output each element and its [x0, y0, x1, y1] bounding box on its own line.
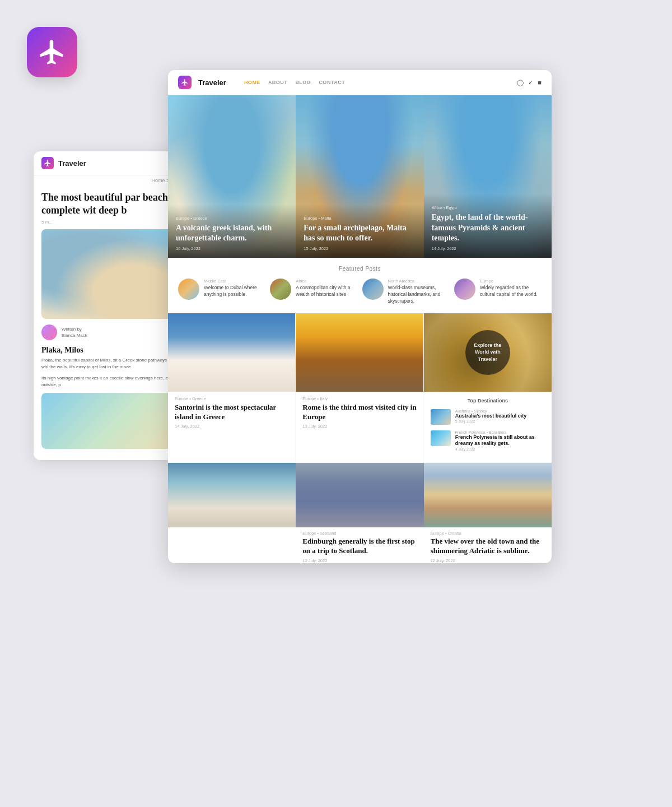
edinburgh-region: Europe • Scotland [296, 527, 423, 537]
bora-info: French Polynesia • Bora Bora French Poly… [455, 430, 545, 451]
sydney-date: 5 July 2022 [455, 419, 545, 423]
featured-africa-desc: A cosmopolitan city with a wealth of his… [296, 285, 357, 298]
explore-image: Explore the World with Traveler [424, 313, 552, 392]
featured-item-dubai[interactable]: Middle East Welcome to Dubai where anyth… [178, 279, 265, 305]
sydney-thumb [431, 409, 451, 425]
sidebar-card: Explore the World with Traveler Top Dest… [424, 313, 552, 462]
hero-malta-title: For a small archipelago, Malta has so mu… [304, 223, 416, 243]
rome-date: 13 July, 2022 [296, 424, 423, 429]
post-card-santorini[interactable]: Europe • Greece Santorini is the most sp… [168, 313, 296, 462]
featured-item-europe[interactable]: Europe Widely regarded as the cultural c… [454, 279, 542, 305]
sydney-title: Australia's most beautiful city [455, 413, 545, 420]
nav-link-home[interactable]: HOME [244, 80, 260, 85]
bottom-post-edinburgh[interactable]: Europe • Scotland Edinburgh generally is… [296, 463, 423, 563]
hero-card-malta[interactable]: Europe • Malta For a small archipelago, … [296, 95, 423, 258]
bottom-post-milos[interactable] [168, 463, 296, 563]
sydney-region: Australia • Sydney [455, 409, 545, 413]
featured-europe-info: Europe Widely regarded as the cultural c… [480, 279, 542, 298]
bora-title: French Polynesia is still about as dream… [455, 434, 545, 447]
main-browser-card: Traveler HOME ABOUT BLOG CONTACT ◯ ✓ ■ E… [168, 70, 552, 563]
featured-na-info: North America World-class museums, histo… [388, 279, 450, 305]
featured-na-thumb [362, 279, 384, 300]
nav-link-blog[interactable]: BLOG [295, 80, 311, 85]
dubrovnik-region: Europe • Croatia [424, 527, 552, 537]
edinburgh-title: Edinburgh generally is the first stop on… [296, 537, 423, 556]
featured-africa-thumb [270, 279, 291, 300]
featured-europe-thumb [454, 279, 475, 300]
posts-grid: Europe • Greece Santorini is the most sp… [168, 313, 552, 462]
hero-card-egypt[interactable]: Africa • Egypt Egypt, the land of the wo… [424, 95, 552, 258]
nav-link-about[interactable]: ABOUT [268, 80, 288, 85]
santorini-region: Europe • Greece [168, 396, 295, 401]
hero-card-greece[interactable]: Europe • Greece A volcanic greek island,… [168, 95, 296, 258]
featured-na-region: North America [388, 279, 450, 284]
santorini-title: Santorini is the most spectacular island… [168, 403, 295, 422]
bora-region: French Polynesia • Bora Bora [455, 430, 545, 434]
featured-africa-region: Africa [296, 279, 357, 284]
edinburgh-date: 12 July, 2022 [296, 558, 423, 563]
milos-bottom-image [168, 463, 296, 527]
hero-egypt-date: 14 July, 2022 [432, 246, 544, 251]
featured-dubai-info: Middle East Welcome to Dubai where anyth… [204, 279, 265, 298]
nav-brand-name: Traveler [198, 78, 226, 87]
explore-circle: Explore the World with Traveler [465, 330, 510, 375]
hero-greece-title: A volcanic greek island, with unforgetta… [176, 223, 288, 243]
featured-section-title: Featured Posts [178, 266, 542, 272]
featured-africa-info: Africa A cosmopolitan city with a wealth… [296, 279, 357, 298]
hero-malta-overlay: Europe • Malta For a small archipelago, … [296, 205, 423, 258]
top-destinations-title: Top Destinations [431, 398, 545, 404]
top-destinations: Top Destinations Australia • Sydney Aust… [424, 392, 552, 462]
dest-item-bora[interactable]: French Polynesia • Bora Bora French Poly… [431, 430, 545, 451]
rome-image [296, 313, 423, 392]
featured-item-africa[interactable]: Africa A cosmopolitan city with a wealth… [270, 279, 357, 305]
dest-item-sydney[interactable]: Australia • Sydney Australia's most beau… [431, 409, 545, 425]
bg-card-logo [41, 157, 54, 169]
santorini-image [168, 313, 295, 392]
sydney-info: Australia • Sydney Australia's most beau… [455, 409, 545, 424]
bg-card-author-text: Written byBianca Mack [62, 326, 87, 338]
bg-card-brand: Traveler [58, 159, 86, 168]
nav-social-icons: ◯ ✓ ■ [517, 79, 542, 86]
post-card-rome[interactable]: Europe • Italy Rome is the third most vi… [296, 313, 423, 462]
hero-greece-overlay: Europe • Greece A volcanic greek island,… [168, 205, 296, 258]
featured-dubai-region: Middle East [204, 279, 265, 284]
facebook-icon[interactable]: ■ [538, 79, 542, 86]
edinburgh-image [296, 463, 423, 527]
hero-egypt-category: Africa • Egypt [432, 205, 544, 210]
featured-grid: Middle East Welcome to Dubai where anyth… [178, 279, 542, 305]
hero-malta-category: Europe • Malta [304, 216, 416, 221]
hero-greece-date: 16 July, 2022 [176, 246, 288, 251]
featured-europe-region: Europe [480, 279, 542, 284]
bg-plane-icon [44, 159, 52, 167]
hero-malta-date: 15 July, 2022 [304, 246, 416, 251]
hero-egypt-overlay: Africa • Egypt Egypt, the land of the wo… [424, 194, 552, 258]
plane-icon [38, 38, 67, 67]
hero-grid: Europe • Greece A volcanic greek island,… [168, 95, 552, 258]
nav-link-contact[interactable]: CONTACT [319, 80, 345, 85]
bottom-grid: Europe • Scotland Edinburgh generally is… [168, 462, 552, 563]
featured-section: Featured Posts Middle East Welcome to Du… [168, 258, 552, 313]
navigation: Traveler HOME ABOUT BLOG CONTACT ◯ ✓ ■ [168, 70, 552, 95]
bottom-post-dubrovnik[interactable]: Europe • Croatia The view over the old t… [424, 463, 552, 563]
nav-plane-icon [181, 78, 189, 86]
featured-item-na[interactable]: North America World-class museums, histo… [362, 279, 450, 305]
featured-na-desc: World-class museums, historical landmark… [388, 285, 450, 305]
hero-egypt-title: Egypt, the land of the world-famous Pyra… [432, 212, 544, 243]
bg-card-avatar [41, 324, 57, 340]
hero-greece-category: Europe • Greece [176, 216, 288, 221]
dubrovnik-title: The view over the old town and the shimm… [424, 537, 552, 556]
instagram-icon[interactable]: ◯ [517, 79, 524, 86]
app-icon [27, 27, 77, 77]
rome-region: Europe • Italy [296, 396, 423, 401]
dubrovnik-date: 12 July, 2022 [424, 558, 552, 563]
rome-title: Rome is the third most visited city in E… [296, 403, 423, 422]
featured-dubai-desc: Welcome to Dubai where anything is possi… [204, 285, 265, 298]
featured-europe-desc: Widely regarded as the cultural capital … [480, 285, 542, 298]
dubrovnik-image [424, 463, 552, 527]
nav-links: HOME ABOUT BLOG CONTACT [244, 80, 345, 85]
twitter-icon[interactable]: ✓ [528, 79, 533, 86]
bora-date: 4 July 2022 [455, 447, 545, 451]
bora-thumb [431, 430, 451, 446]
nav-logo [178, 76, 192, 89]
explore-text: Explore the World with Traveler [470, 342, 506, 363]
